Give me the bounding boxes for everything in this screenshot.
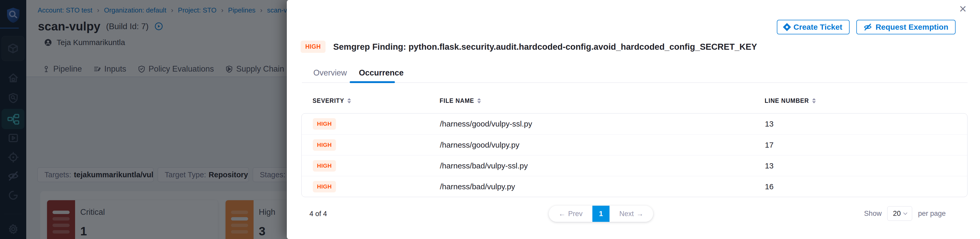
occurrence-table-header: SEVERITY FILE NAME LINE NUMBER: [301, 95, 967, 106]
column-label: FILE NAME: [440, 97, 474, 104]
table-row[interactable]: HIGH /harness/bad/vulpy.py 16: [302, 176, 967, 197]
show-label: Show: [864, 210, 882, 218]
column-label: LINE NUMBER: [765, 97, 809, 104]
eye-slash-icon: [864, 23, 872, 31]
sort-icon: [347, 98, 351, 103]
app-root: Account: STO test › Organization: defaul…: [0, 0, 980, 239]
file-name-cell: /harness/bad/vulpy.py: [440, 182, 765, 191]
line-number-cell: 16: [765, 182, 967, 191]
severity-badge: HIGH: [313, 118, 336, 130]
line-number-cell: 17: [765, 141, 967, 149]
results-summary: 4 of 4: [309, 210, 327, 218]
current-page-button[interactable]: 1: [592, 206, 609, 222]
finding-title: Semgrep Finding: python.flask.security.a…: [333, 42, 757, 52]
severity-badge: HIGH: [313, 160, 336, 172]
drawer-actions: Create Ticket Request Exemption: [777, 20, 956, 34]
table-row[interactable]: HIGH /harness/good/vulpy.py 17: [302, 134, 967, 155]
file-name-cell: /harness/good/vulpy.py: [440, 141, 765, 149]
page-size-control: Show 20 per page: [864, 206, 946, 221]
left-arrow-icon: ←: [558, 210, 566, 218]
table-row[interactable]: HIGH /harness/good/vulpy-ssl.py 13: [302, 114, 967, 134]
sort-icon: [812, 98, 816, 103]
severity-badge: HIGH: [313, 181, 336, 192]
active-tab-underline: [350, 81, 395, 83]
create-ticket-button[interactable]: Create Ticket: [777, 20, 850, 34]
next-label: Next: [619, 210, 634, 218]
finding-details-drawer: × Create Ticket Request Exemption HIGH S…: [287, 0, 980, 239]
prev-page-button[interactable]: ← Prev: [549, 206, 592, 222]
page-size-value: 20: [893, 210, 901, 218]
column-header-line-number[interactable]: LINE NUMBER: [765, 97, 967, 104]
occurrence-table: HIGH /harness/good/vulpy-ssl.py 13 HIGH …: [301, 113, 967, 197]
tab-overview[interactable]: Overview: [313, 68, 347, 78]
finding-tabs: Overview Occurrence: [313, 64, 404, 81]
sort-icon: [477, 98, 481, 103]
close-icon[interactable]: ×: [959, 3, 966, 15]
line-number-cell: 13: [765, 120, 967, 128]
severity-badge: HIGH: [301, 41, 326, 53]
prev-label: Prev: [568, 210, 583, 218]
page-size-select[interactable]: 20: [887, 206, 912, 221]
file-name-cell: /harness/bad/vulpy-ssl.py: [440, 161, 765, 170]
column-header-file-name[interactable]: FILE NAME: [440, 97, 765, 104]
finding-header: HIGH Semgrep Finding: python.flask.secur…: [301, 41, 757, 53]
per-page-label: per page: [918, 210, 946, 218]
right-arrow-icon: →: [636, 210, 643, 218]
request-exemption-button[interactable]: Request Exemption: [856, 20, 956, 34]
pagination: ← Prev 1 Next →: [549, 206, 653, 222]
file-name-cell: /harness/good/vulpy-ssl.py: [440, 120, 765, 128]
column-header-severity[interactable]: SEVERITY: [313, 97, 440, 104]
tab-occurrence[interactable]: Occurrence: [359, 68, 404, 78]
table-row[interactable]: HIGH /harness/bad/vulpy-ssl.py 13: [302, 155, 967, 176]
severity-badge: HIGH: [313, 139, 336, 151]
button-label: Request Exemption: [875, 22, 948, 32]
line-number-cell: 13: [765, 161, 967, 170]
jira-diamond-icon: [783, 23, 791, 31]
button-label: Create Ticket: [794, 22, 842, 32]
column-label: SEVERITY: [313, 97, 344, 104]
next-page-button[interactable]: Next →: [609, 206, 653, 222]
chevron-down-icon: [904, 211, 907, 215]
table-footer: 4 of 4 ← Prev 1 Next → Show 20 per pag: [301, 206, 967, 222]
